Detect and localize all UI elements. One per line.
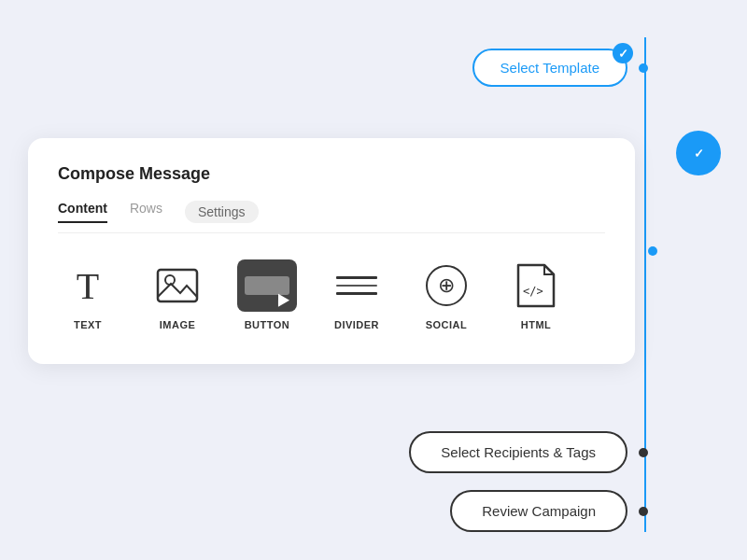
text-icon: T [77, 264, 99, 308]
button-label: BUTTON [245, 319, 290, 330]
select-template-dot [639, 63, 648, 73]
tool-html[interactable]: </> HTML [506, 259, 566, 330]
html-icon-box: </> [506, 259, 566, 312]
step-review-campaign[interactable]: Review Campaign [450, 490, 627, 532]
tool-image[interactable]: IMAGE [148, 259, 207, 330]
divider-icon-box [327, 259, 387, 312]
select-recipients-label: Select Recipients & Tags [441, 444, 596, 460]
content-tabs: Content Rows Settings [58, 201, 605, 233]
compose-card-dot [648, 246, 657, 256]
select-recipients-dot [639, 448, 648, 457]
divider-label: DIVIDER [334, 319, 379, 330]
tools-row: T TEXT IMAGE BUTTON [58, 259, 605, 330]
compose-message-title: Compose Message [58, 164, 605, 184]
tool-social[interactable]: ⊕ SOCIAL [416, 259, 476, 330]
compose-message-card: Compose Message Content Rows Settings T … [28, 138, 635, 364]
step-select-recipients[interactable]: Select Recipients & Tags [409, 431, 627, 473]
tool-button[interactable]: BUTTON [237, 259, 297, 330]
text-label: TEXT [74, 319, 102, 330]
far-check-badge: ✓ [676, 131, 721, 175]
review-campaign-pill[interactable]: Review Campaign [450, 490, 627, 532]
select-template-label: Select Template [500, 60, 599, 76]
html-label: HTML [521, 319, 552, 330]
steps-bottom: Select Recipients & Tags Review Campaign [409, 431, 627, 532]
html-icon: </> [516, 263, 556, 308]
social-label: SOCIAL [426, 319, 468, 330]
image-label: IMAGE [160, 319, 196, 330]
select-recipients-pill[interactable]: Select Recipients & Tags [409, 431, 627, 473]
select-template-check: ✓ [613, 43, 633, 63]
tab-settings[interactable]: Settings [185, 201, 259, 223]
select-template-pill[interactable]: Select Template ✓ [472, 49, 627, 87]
button-icon-box [237, 259, 297, 312]
social-icon: ⊕ [426, 265, 467, 306]
image-icon-box [148, 259, 207, 312]
text-icon-box: T [58, 259, 118, 312]
tool-divider[interactable]: DIVIDER [327, 259, 387, 330]
image-icon [156, 267, 199, 304]
svg-text:</>: </> [523, 285, 543, 298]
svg-rect-0 [158, 270, 197, 301]
tab-rows[interactable]: Rows [130, 201, 162, 223]
review-campaign-label: Review Campaign [482, 503, 596, 519]
svg-point-1 [165, 275, 175, 285]
step-select-template[interactable]: Select Template ✓ [472, 49, 627, 87]
divider-icon [336, 276, 377, 295]
tab-content[interactable]: Content [58, 201, 107, 223]
review-campaign-dot [639, 507, 648, 516]
social-icon-box: ⊕ [416, 259, 476, 312]
connector-line [644, 37, 646, 532]
tool-text[interactable]: T TEXT [58, 259, 118, 330]
